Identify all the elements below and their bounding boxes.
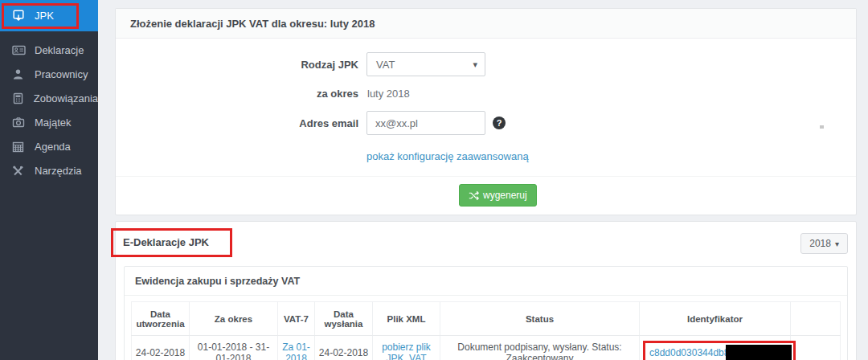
sidebar-item-majatek[interactable]: Majątek (0, 110, 98, 134)
sidebar-item-label: Zobowiązania (34, 92, 98, 104)
col-header-za-okres: Za okres (190, 302, 278, 336)
sidebar-item-label: Majątek (35, 117, 72, 129)
table-header-row: Data utworzenia Za okres VAT-7 Data wysł… (132, 302, 841, 336)
form-row-okres: za okres luty 2018 (116, 88, 856, 100)
jpk-document-icon (12, 10, 26, 22)
assets-camera-icon (12, 116, 26, 129)
jpk-type-select[interactable]: VAT ▾ (366, 52, 485, 76)
edeklaracje-panel: E-Deklaracje JPK 2018 ▾ Ewidencja zakupu… (115, 221, 857, 360)
annotation-box-identyfikator: c8dd0d030344db81000000 (643, 341, 796, 360)
table-row: 24-02-2018 01-01-2018 - 31-01-2018 Za 01… (132, 336, 841, 360)
za-okres-value: luty 2018 (367, 88, 410, 100)
form-row-email: Adres email ? (116, 111, 856, 135)
col-header-data-utworzenia: Data utworzenia (132, 302, 190, 336)
cell-data-utworzenia: 24-02-2018 (132, 336, 190, 360)
declaration-panel-header: Złożenie deklaracji JPK VAT dla okresu: … (116, 9, 856, 39)
shuffle-icon (469, 190, 479, 201)
chevron-down-icon: ▾ (835, 239, 839, 248)
download-xml-link[interactable]: pobierz plik JPK_VAT (382, 342, 431, 360)
sidebar-item-pracownicy[interactable]: Pracownicy (0, 62, 98, 86)
advanced-config-link[interactable]: pokaż konfigurację zaawansowaną (366, 150, 529, 162)
declarations-card-icon (12, 43, 26, 56)
email-label: Adres email (116, 117, 358, 129)
year-filter-button[interactable]: 2018 ▾ (800, 233, 848, 254)
form-row-rodzaj: Rodzaj JPK VAT ▾ (116, 52, 856, 76)
email-input[interactable] (366, 111, 485, 135)
sidebar-item-label: Agenda (35, 141, 71, 153)
sidebar-item-label: JPK (35, 10, 54, 22)
vat7-link[interactable]: Za 01-2018 (282, 342, 310, 360)
sidebar-item-label: Narzędzia (35, 165, 82, 177)
screen-artifact-dot (820, 125, 824, 129)
cell-vat7: Za 01-2018 (278, 336, 315, 360)
agenda-calendar-icon (12, 140, 26, 153)
sidebar-item-label: Pracownicy (35, 68, 88, 80)
jpk-type-selected-value: VAT (376, 59, 395, 71)
help-question-icon[interactable]: ? (493, 117, 506, 129)
cell-status: Dokument podpisany, wysłany. Status: Zaa… (440, 336, 640, 360)
col-header-status: Status (440, 302, 640, 336)
sidebar-item-narzedzia[interactable]: Narzędzia (0, 158, 98, 182)
employee-person-icon (12, 68, 26, 80)
sidebar: JPK Deklaracje Pracownicy Zobowiązania M… (0, 0, 98, 360)
za-okres-label: za okres (116, 88, 358, 100)
edeklaracje-header: E-Deklaracje JPK 2018 ▾ (124, 231, 848, 257)
col-header-empty (791, 302, 841, 336)
chevron-down-icon: ▾ (473, 59, 477, 70)
col-header-plik-xml: Plik XML (373, 302, 440, 336)
app-window: JPK Deklaracje Pracownicy Zobowiązania M… (0, 0, 868, 360)
cell-empty (791, 336, 841, 360)
sidebar-item-zobowiazania[interactable]: Zobowiązania (0, 86, 98, 110)
col-header-identyfikator: Identyfikator (640, 302, 791, 336)
declarations-table: Data utworzenia Za okres VAT-7 Data wysł… (131, 301, 841, 360)
ewidencja-panel: Ewidencja zakupu i sprzedaży VAT Data ut… (124, 266, 848, 360)
redaction-black-box (726, 345, 792, 360)
liabilities-ledger-icon (12, 92, 25, 104)
rodzaj-jpk-label: Rodzaj JPK (116, 59, 358, 71)
main-content: Złożenie deklaracji JPK VAT dla okresu: … (98, 0, 868, 360)
declaration-panel-title: Złożenie deklaracji JPK VAT dla okresu: … (130, 18, 375, 30)
cell-za-okres: 01-01-2018 - 31-01-2018 (190, 336, 278, 360)
cell-plik-xml: pobierz plik JPK_VAT (373, 336, 440, 360)
sidebar-item-jpk[interactable]: JPK (0, 0, 98, 31)
col-header-data-wyslania: Data wysłania (315, 302, 373, 336)
cell-identyfikator: c8dd0d030344db81000000 (640, 336, 791, 360)
ewidencja-panel-title: Ewidencja zakupu i sprzedaży VAT (125, 267, 847, 296)
year-filter-value: 2018 (809, 238, 831, 249)
declaration-form: Rodzaj JPK VAT ▾ za okres luty 2018 Adre… (116, 39, 856, 215)
edeklaracje-title annotation-box-edeklaracje: E-Deklaracje JPK (111, 228, 232, 257)
col-header-vat7: VAT-7 (278, 302, 315, 336)
sidebar-item-deklaracje[interactable]: Deklaracje (0, 38, 98, 62)
cell-data-wyslania: 24-02-2018 (315, 336, 373, 360)
sidebar-item-agenda[interactable]: Agenda (0, 134, 98, 158)
generate-button[interactable]: wygeneruj (459, 184, 537, 207)
generate-button-row: wygeneruj (116, 176, 856, 215)
sidebar-item-label: Deklaracje (35, 44, 84, 56)
generate-button-label: wygeneruj (483, 190, 527, 201)
advanced-config-row: pokaż konfigurację zaawansowaną (366, 149, 856, 163)
declaration-panel: Złożenie deklaracji JPK VAT dla okresu: … (115, 8, 857, 215)
tools-icon (12, 164, 26, 177)
